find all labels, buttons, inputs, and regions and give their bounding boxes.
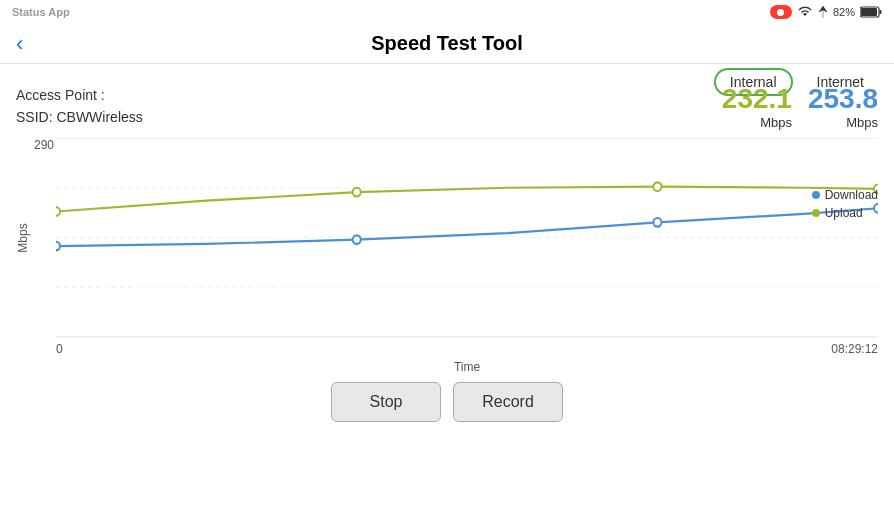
upload-speed-value: 232.1: [722, 84, 792, 115]
info-row: Access Point : SSID: CBWWireless 232.1 M…: [16, 84, 878, 130]
svg-point-9: [353, 188, 361, 197]
y-axis-label: Mbps: [16, 223, 32, 252]
main-content: Access Point : SSID: CBWWireless 232.1 M…: [0, 64, 894, 374]
wifi-icon: [797, 5, 813, 19]
recording-indicator: [770, 5, 792, 19]
download-speed-unit: Mbps: [808, 115, 878, 130]
svg-rect-2: [880, 10, 882, 14]
battery-label: 82%: [833, 6, 855, 18]
speed-display: 232.1 Mbps 253.8 Mbps: [722, 84, 878, 130]
upload-legend-label: Upload: [825, 206, 863, 220]
download-speed-display: 253.8 Mbps: [808, 84, 878, 130]
upload-legend-dot: [812, 209, 820, 217]
svg-point-13: [353, 235, 361, 244]
signal-arrow-icon: [818, 5, 828, 19]
chart-legend: Download Upload: [812, 188, 878, 220]
record-button[interactable]: Record: [453, 382, 563, 422]
upload-legend-item: Upload: [812, 206, 878, 220]
app-name-label: Status App: [12, 6, 70, 18]
back-button[interactable]: ‹: [16, 31, 23, 57]
download-speed-value: 253.8: [808, 84, 878, 115]
time-value-label: 08:29:12: [831, 342, 878, 356]
svg-point-12: [56, 242, 60, 251]
svg-point-10: [653, 182, 661, 191]
page-title: Speed Test Tool: [371, 32, 523, 55]
status-bar: Status App 82%: [0, 0, 894, 24]
download-legend-dot: [812, 191, 820, 199]
svg-rect-1: [861, 8, 877, 16]
upload-speed-display: 232.1 Mbps: [722, 84, 792, 130]
svg-point-14: [653, 218, 661, 227]
stop-button[interactable]: Stop: [331, 382, 441, 422]
y-tick-top: 290: [34, 138, 54, 152]
chart-inner: Download Upload: [56, 138, 878, 338]
x-zero-label: 0: [56, 342, 63, 356]
upload-speed-unit: Mbps: [722, 115, 792, 130]
chart-svg: [56, 138, 878, 338]
download-legend-item: Download: [812, 188, 878, 202]
battery-icon: [860, 6, 882, 18]
button-row: Stop Record: [0, 382, 894, 422]
ssid-label: SSID: CBWWireless: [16, 106, 143, 128]
header: ‹ Speed Test Tool: [0, 24, 894, 64]
download-legend-label: Download: [825, 188, 878, 202]
chart-container: Mbps 290: [16, 138, 878, 338]
status-icons: 82%: [770, 5, 882, 19]
access-point-label: Access Point :: [16, 84, 143, 106]
access-point-info: Access Point : SSID: CBWWireless: [16, 84, 143, 129]
time-axis-label: Time: [56, 360, 878, 374]
svg-point-8: [56, 207, 60, 216]
